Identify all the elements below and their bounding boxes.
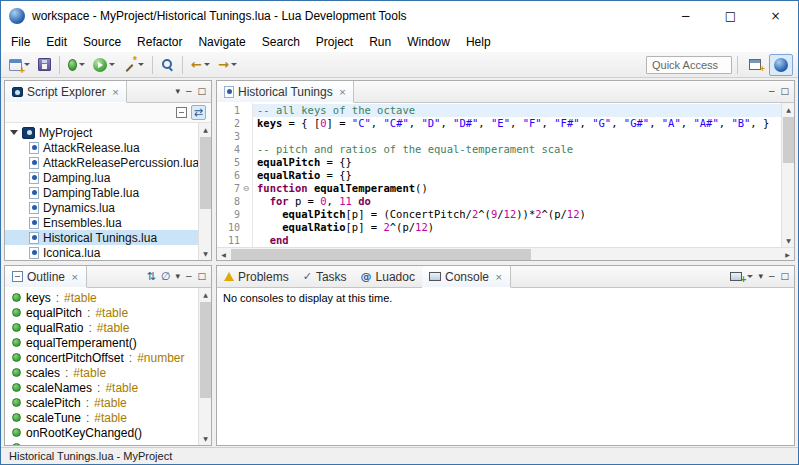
title-bar[interactable]: workspace - MyProject/Historical Tunings… bbox=[1, 1, 798, 31]
outline-item[interactable]: equalTemperament() bbox=[5, 335, 211, 350]
maximize-window-button[interactable]: □ bbox=[708, 1, 753, 31]
outline-item[interactable]: scaleNames : #table bbox=[5, 380, 211, 395]
close-window-button[interactable]: × bbox=[753, 1, 798, 31]
tab-editor-historical-tunings[interactable]: Historical Tunings × bbox=[217, 81, 354, 103]
scroll-left-icon[interactable]: ◀ bbox=[217, 248, 230, 261]
menu-project[interactable]: Project bbox=[308, 33, 361, 51]
minimize-icon[interactable]: − bbox=[185, 87, 193, 96]
menu-navigate[interactable]: Navigate bbox=[190, 33, 253, 51]
code-line[interactable]: end bbox=[257, 234, 781, 247]
expand-arrow-icon[interactable] bbox=[10, 130, 18, 135]
scroll-down-icon[interactable]: ▼ bbox=[782, 234, 794, 247]
code-line[interactable]: equalPitch = {} bbox=[257, 156, 781, 169]
view-menu-icon[interactable]: ▾ bbox=[175, 272, 180, 281]
maximize-icon[interactable]: □ bbox=[780, 87, 789, 96]
tree-item-file[interactable]: Ensembles.lua bbox=[5, 215, 211, 230]
outline-item[interactable]: equalPitch : #table bbox=[5, 305, 211, 320]
tab-luadoc[interactable]: @ Luadoc bbox=[354, 266, 422, 287]
outline-item[interactable]: scales : #table bbox=[5, 365, 211, 380]
scroll-down-icon[interactable]: ▼ bbox=[199, 432, 211, 445]
scroll-up-icon[interactable]: ▲ bbox=[199, 123, 211, 136]
code-line[interactable]: -- all keys of the octave bbox=[253, 104, 781, 117]
tree-item-file[interactable]: AttackReleasePercussion.lua bbox=[5, 155, 211, 170]
minimize-icon[interactable]: − bbox=[768, 87, 776, 96]
sort-icon[interactable]: ⇅ bbox=[147, 271, 156, 282]
tree-item-file[interactable]: Iconica.lua bbox=[5, 245, 211, 260]
tree-scrollbar[interactable]: ▲ ▼ bbox=[198, 123, 211, 260]
maximize-icon[interactable]: □ bbox=[780, 272, 789, 281]
fold-marker-icon[interactable]: ⊖ bbox=[240, 184, 252, 193]
menu-refactor[interactable]: Refactor bbox=[129, 33, 190, 51]
menu-source[interactable]: Source bbox=[75, 33, 129, 51]
code-line[interactable] bbox=[257, 130, 781, 143]
chevron-down-icon[interactable] bbox=[138, 63, 144, 66]
menu-edit[interactable]: Edit bbox=[38, 33, 75, 51]
tab-problems[interactable]: Problems bbox=[217, 266, 296, 287]
tab-tasks[interactable]: ✓ Tasks bbox=[296, 266, 354, 287]
forward-button[interactable]: → bbox=[215, 54, 240, 76]
quick-access-input[interactable]: Quick Access bbox=[646, 56, 732, 74]
scrollbar-thumb[interactable] bbox=[231, 249, 531, 260]
outline-item[interactable]: scaleTune : #table bbox=[5, 410, 211, 425]
scroll-right-icon[interactable]: ▶ bbox=[781, 248, 794, 261]
chevron-down-icon[interactable] bbox=[79, 63, 85, 66]
scrollbar-thumb[interactable] bbox=[200, 137, 211, 209]
tree-item-file[interactable]: DampingTable.lua bbox=[5, 185, 211, 200]
tree-item-file[interactable]: Damping.lua bbox=[5, 170, 211, 185]
minimize-window-button[interactable]: − bbox=[663, 1, 708, 31]
chevron-down-icon[interactable] bbox=[231, 63, 237, 66]
back-button[interactable]: ← bbox=[188, 54, 213, 76]
minimize-icon[interactable]: − bbox=[768, 272, 776, 281]
menu-help[interactable]: Help bbox=[458, 33, 499, 51]
maximize-icon[interactable]: □ bbox=[197, 272, 206, 281]
code-line[interactable]: equalPitch[p] = (ConcertPitch/2^(9/12))*… bbox=[257, 208, 781, 221]
tree-item-file[interactable]: AttackRelease.lua bbox=[5, 140, 211, 155]
run-button[interactable] bbox=[90, 54, 118, 76]
chevron-down-icon[interactable] bbox=[747, 275, 753, 278]
code-line[interactable]: for p = 0, 11 do bbox=[257, 195, 781, 208]
outline-item[interactable]: keys : #table bbox=[5, 290, 211, 305]
outline-item[interactable]: concertPitchOffset : #number bbox=[5, 350, 211, 365]
chevron-down-icon[interactable] bbox=[204, 63, 210, 66]
ldt-perspective-button[interactable] bbox=[769, 54, 793, 76]
new-wizard-button[interactable] bbox=[6, 54, 33, 76]
outline-item[interactable] bbox=[5, 440, 211, 445]
outline-item[interactable]: equalRatio : #table bbox=[5, 320, 211, 335]
maximize-icon[interactable]: □ bbox=[197, 87, 206, 96]
close-icon[interactable]: × bbox=[339, 87, 347, 97]
tab-outline[interactable]: Outline × bbox=[5, 266, 87, 288]
link-with-editor-icon[interactable]: ⇄ bbox=[191, 105, 206, 120]
view-menu-icon[interactable]: ▾ bbox=[175, 87, 180, 96]
scroll-up-icon[interactable]: ▲ bbox=[782, 103, 794, 116]
tab-script-explorer[interactable]: Script Explorer × bbox=[5, 81, 127, 103]
code-line[interactable]: -- pitch and ratios of the equal-tempera… bbox=[257, 143, 781, 156]
outline-scrollbar[interactable]: ▲ ▼ bbox=[198, 288, 211, 445]
menu-run[interactable]: Run bbox=[361, 33, 399, 51]
tree-item-file[interactable]: Dynamics.lua bbox=[5, 200, 211, 215]
close-icon[interactable]: × bbox=[71, 272, 79, 282]
code-line[interactable]: equalRatio = {} bbox=[257, 169, 781, 182]
code-line[interactable]: keys = { [0] = "C", "C#", "D", "D#", "E"… bbox=[257, 117, 781, 130]
editor-vscrollbar[interactable]: ▲ ▼ bbox=[781, 103, 794, 247]
menu-file[interactable]: File bbox=[3, 33, 38, 51]
scroll-down-icon[interactable]: ▼ bbox=[199, 247, 211, 260]
outline-item[interactable]: onRootKeyChanged() bbox=[5, 425, 211, 440]
minimize-icon[interactable]: − bbox=[185, 272, 193, 281]
view-menu-icon[interactable]: ▾ bbox=[758, 272, 763, 281]
chevron-down-icon[interactable] bbox=[109, 63, 115, 66]
scroll-up-icon[interactable]: ▲ bbox=[199, 288, 211, 301]
code-line[interactable]: function equalTemperament() bbox=[257, 182, 781, 195]
close-icon[interactable]: × bbox=[495, 272, 503, 282]
tab-console[interactable]: Console × bbox=[422, 266, 511, 288]
filter-icon[interactable]: ∅ bbox=[161, 271, 171, 282]
close-icon[interactable]: × bbox=[112, 87, 120, 97]
menu-search[interactable]: Search bbox=[254, 33, 308, 51]
debug-button[interactable] bbox=[65, 54, 88, 76]
scrollbar-thumb[interactable] bbox=[200, 302, 211, 398]
external-tools-button[interactable] bbox=[120, 54, 147, 76]
search-button[interactable] bbox=[158, 54, 177, 76]
code-line[interactable]: equalRatio[p] = 2^(p/12) bbox=[257, 221, 781, 234]
tree-item-file[interactable]: Historical Tunings.lua bbox=[5, 230, 211, 245]
collapse-all-icon[interactable] bbox=[176, 107, 187, 118]
editor-code[interactable]: -- all keys of the octavekeys = { [0] = … bbox=[253, 103, 781, 247]
